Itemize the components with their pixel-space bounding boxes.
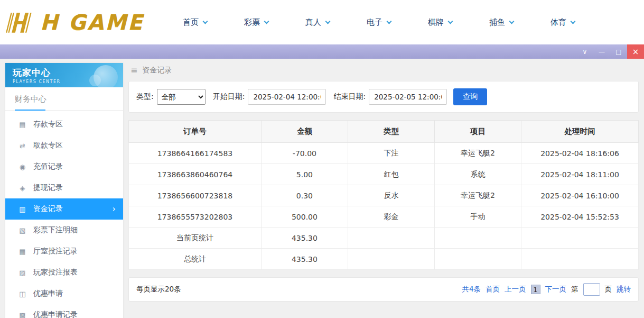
window-close-button[interactable]: × [627, 44, 644, 59]
chevron-down-icon [509, 19, 515, 24]
sidebar-section-finance: 财务中心 [5, 87, 123, 111]
cell-project: 幸运飞艇2 [434, 143, 521, 164]
cell-amount: 5.00 [261, 164, 348, 185]
cell-process-time: 2025-02-04 16:10:00 [521, 185, 639, 206]
page-title: 资金记录 [142, 66, 172, 75]
sidebar-item-promo-apply-records[interactable]: ▩ 优惠申请记录 [5, 304, 123, 318]
start-date-label: 开始日期: [213, 92, 245, 102]
col-project: 项目 [434, 121, 521, 143]
cell-amount: 435.30 [261, 228, 348, 249]
logo-emblem-icon [4, 9, 39, 35]
sidebar-item-label: 提现记录 [33, 183, 63, 193]
cell-empty [521, 249, 639, 270]
cell-process-time: 2025-02-04 18:16:06 [521, 143, 639, 164]
jump-label-post: 页 [605, 285, 612, 294]
sidebar-item-hall-bet-records[interactable]: ▦ 厅室投注记录 [5, 241, 123, 262]
cell-type: 红包 [348, 164, 434, 185]
cell-amount: 435.30 [261, 249, 348, 270]
jump-button[interactable]: 跳转 [617, 285, 631, 294]
cell-empty [434, 249, 521, 270]
sidebar-item-label: 优惠申请 [33, 289, 63, 298]
sidebar-item-label: 厅室投注记录 [33, 247, 78, 256]
menu-icon: ≡ [130, 65, 137, 75]
total-count: 共4条 [462, 285, 481, 294]
filter-bar: 类型: 全部 开始日期: 结束日期: 查询 [128, 81, 639, 113]
cell-empty [521, 228, 639, 249]
nav-label: 捕鱼 [489, 17, 505, 28]
window-minimize-button[interactable]: — [593, 44, 610, 59]
chevron-down-icon [448, 19, 453, 24]
jump-page-input[interactable] [583, 283, 600, 296]
sidebar-item-lottery-bet-details[interactable]: ▧ 彩票下注明细 [5, 220, 123, 241]
cell-order-id: 1738663860460764 [129, 164, 262, 185]
prev-page-link[interactable]: 上一页 [505, 285, 526, 294]
sidebar-item-withdrawal-records[interactable]: ◈ 提现记录 [5, 177, 123, 198]
sidebar-subtitle: PLAYERS CENTER [13, 79, 116, 84]
window-titlebar: ∨ — □ × [0, 44, 644, 59]
nav-item-lottery[interactable]: 彩票 [244, 17, 268, 28]
sidebar-item-label: 取款专区 [33, 141, 63, 150]
cell-label: 当前页统计 [129, 228, 262, 249]
funds-records-table: 订单号 金额 类型 项目 处理时间 1738664166174583 -70.0… [128, 120, 639, 270]
cell-type: 反水 [348, 185, 434, 206]
chevron-down-icon [264, 19, 269, 24]
promo-apply-records-icon: ▩ [18, 311, 27, 318]
current-page-badge[interactable]: 1 [531, 285, 540, 294]
funds-records-icon: ▥ [18, 205, 27, 213]
chevron-down-icon [203, 19, 208, 24]
nav-label: 首页 [183, 17, 199, 28]
main-panel: ≡ 资金记录 类型: 全部 开始日期: 结束日期: [128, 63, 639, 318]
nav-item-sports[interactable]: 体育 [550, 17, 575, 28]
cell-type: 下注 [348, 143, 434, 164]
main-navigation: 首页 彩票 真人 电子 棋牌 捕鱼 体育 [183, 17, 575, 28]
breadcrumb: ≡ 资金记录 [128, 63, 639, 81]
cell-empty [348, 228, 434, 249]
nav-item-home[interactable]: 首页 [183, 17, 207, 28]
cell-order-id: 1738656600723818 [129, 185, 262, 206]
lottery-bet-details-icon: ▧ [18, 226, 27, 234]
end-date-label: 结束日期: [333, 92, 366, 102]
nav-item-fishing[interactable]: 捕鱼 [489, 17, 514, 28]
nav-item-live[interactable]: 真人 [305, 17, 330, 28]
withdrawal-records-icon: ◈ [18, 184, 27, 192]
chevron-down-icon [325, 19, 331, 24]
recharge-records-icon: ◉ [18, 163, 27, 171]
end-date-input[interactable] [369, 89, 447, 105]
sidebar-item-withdraw[interactable]: ⇄ 取款专区 [5, 135, 123, 156]
sidebar-item-label: 优惠申请记录 [33, 310, 78, 318]
app-window: H GAME 首页 彩票 真人 电子 棋牌 捕鱼 体育 [0, 0, 644, 318]
cell-process-time: 2025-02-04 18:11:00 [521, 164, 639, 185]
sidebar-item-promo-apply[interactable]: ◫ 优惠申请 [5, 283, 123, 304]
cell-amount: -70.00 [261, 143, 348, 164]
cell-order-id: 1738655573202803 [129, 206, 262, 228]
sidebar: 玩家中心 PLAYERS CENTER 财务中心 ▤ 存款专区 ⇄ 取款专区 ◉… [5, 63, 123, 318]
player-bet-report-icon: ▨ [18, 269, 27, 277]
sidebar-item-player-bet-report[interactable]: ▨ 玩家投注报表 [5, 262, 123, 283]
sidebar-item-label: 充值记录 [33, 162, 63, 171]
sidebar-item-label: 玩家投注报表 [33, 268, 78, 277]
deposit-icon: ▤ [18, 121, 27, 129]
sidebar-item-recharge-records[interactable]: ◉ 充值记录 [5, 156, 123, 177]
first-page-link[interactable]: 首页 [486, 285, 500, 294]
cell-empty [434, 228, 521, 249]
type-select[interactable]: 全部 [157, 89, 206, 105]
pagination-controls: 共4条 首页 上一页 1 下一页 第 页 跳转 [462, 283, 631, 296]
sidebar-header: 玩家中心 PLAYERS CENTER [5, 63, 123, 87]
table-header-row: 订单号 金额 类型 项目 处理时间 [129, 121, 639, 143]
sidebar-item-funds-records[interactable]: ▥ 资金记录 › [5, 198, 123, 220]
jump-label-pre: 第 [571, 285, 578, 294]
table-row-page-total: 当前页统计 435.30 [129, 228, 639, 249]
window-collapse-button[interactable]: ∨ [576, 44, 593, 59]
query-button[interactable]: 查询 [453, 88, 487, 105]
sidebar-item-deposit[interactable]: ▤ 存款专区 [5, 114, 123, 135]
start-date-input[interactable] [248, 89, 326, 105]
table-row: 1738655573202803 500.00 彩金 手动 2025-02-04… [129, 206, 639, 228]
nav-label: 电子 [367, 17, 382, 28]
cell-project: 系统 [434, 164, 521, 185]
nav-item-board-games[interactable]: 棋牌 [428, 17, 452, 28]
next-page-link[interactable]: 下一页 [545, 285, 567, 294]
cell-process-time: 2025-02-04 15:52:53 [521, 206, 639, 228]
window-maximize-button[interactable]: □ [610, 44, 627, 59]
nav-item-slots[interactable]: 电子 [367, 17, 391, 28]
logo-text: H GAME [40, 10, 144, 34]
